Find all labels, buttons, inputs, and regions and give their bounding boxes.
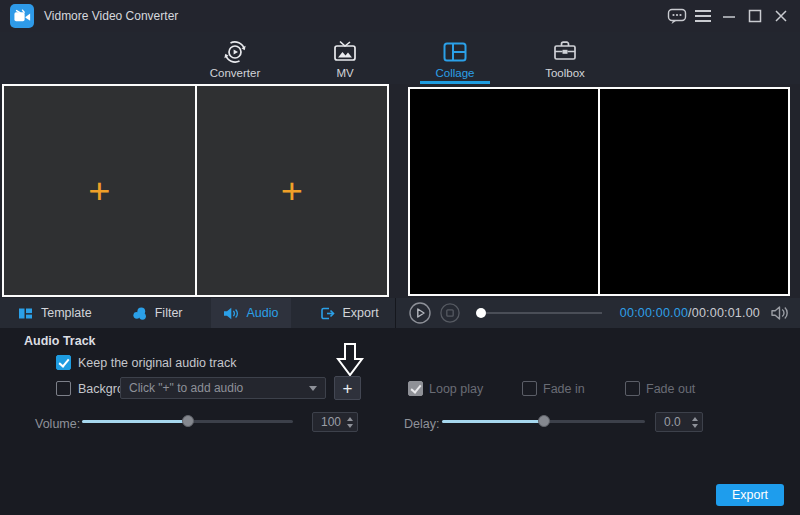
tab-filter[interactable]: Filter bbox=[120, 298, 195, 328]
spinner-up-icon[interactable] bbox=[692, 417, 698, 421]
collage-icon bbox=[442, 38, 468, 65]
audio-icon bbox=[223, 306, 239, 321]
collage-cell-2[interactable]: + bbox=[197, 86, 388, 295]
collage-editor: + + bbox=[2, 84, 389, 297]
volume-slider-thumb[interactable] bbox=[182, 415, 194, 427]
window-controls bbox=[664, 0, 800, 32]
app-logo-icon bbox=[10, 4, 34, 28]
preview-cell-2 bbox=[600, 89, 788, 294]
spinner-up-icon[interactable] bbox=[347, 417, 353, 421]
delay-slider-thumb[interactable] bbox=[538, 415, 550, 427]
keep-original-label: Keep the original audio track bbox=[78, 356, 236, 370]
export-icon bbox=[319, 306, 335, 321]
nav-item-converter[interactable]: Converter bbox=[199, 32, 271, 84]
content-area: + + bbox=[0, 84, 800, 298]
maximize-button[interactable] bbox=[742, 0, 768, 32]
background-music-checkbox[interactable] bbox=[56, 381, 71, 396]
player-controls: 00:00:00.00/00:00:01.00 bbox=[400, 298, 800, 328]
add-video-icon[interactable]: + bbox=[88, 177, 110, 205]
delay-spinner-arrows[interactable] bbox=[687, 413, 702, 431]
progress-track[interactable] bbox=[486, 312, 602, 314]
volume-label: Volume: bbox=[35, 417, 80, 431]
tool-strip: Template Filter Audio bbox=[0, 298, 800, 328]
main-nav: Converter MV Collage bbox=[0, 32, 800, 84]
converter-icon bbox=[222, 38, 248, 65]
window-title: Vidmore Video Converter bbox=[44, 9, 178, 23]
collage-cell-1[interactable]: + bbox=[4, 86, 197, 295]
time-display: 00:00:00.00/00:00:01.00 bbox=[620, 306, 760, 320]
nav-label-converter: Converter bbox=[210, 67, 261, 79]
volume-spinner[interactable]: 100 bbox=[312, 412, 358, 432]
feedback-icon[interactable] bbox=[664, 0, 690, 32]
app-window: Vidmore Video Converter bbox=[0, 0, 800, 515]
add-audio-button[interactable]: + bbox=[334, 376, 361, 400]
tab-audio[interactable]: Audio bbox=[211, 298, 291, 328]
play-button[interactable] bbox=[409, 302, 431, 324]
delay-label: Delay: bbox=[404, 417, 439, 431]
delay-slider[interactable] bbox=[442, 414, 645, 428]
tab-label-filter: Filter bbox=[155, 306, 183, 320]
delay-spinner[interactable]: 0.0 bbox=[655, 412, 703, 432]
video-preview bbox=[408, 87, 790, 296]
close-button[interactable] bbox=[768, 0, 794, 32]
nav-label-toolbox: Toolbox bbox=[545, 67, 585, 79]
spinner-down-icon[interactable] bbox=[347, 424, 353, 428]
dropdown-placeholder: Click "+" to add audio bbox=[129, 381, 309, 395]
menu-icon[interactable] bbox=[690, 0, 716, 32]
time-total: 00:00:01.00 bbox=[692, 306, 760, 320]
fade-in-checkbox[interactable] bbox=[522, 381, 537, 396]
nav-item-collage[interactable]: Collage bbox=[419, 32, 491, 84]
section-title: Audio Track bbox=[24, 334, 96, 348]
delay-value[interactable]: 0.0 bbox=[656, 413, 687, 431]
mv-icon bbox=[332, 38, 358, 65]
tab-export[interactable]: Export bbox=[307, 298, 391, 328]
tab-label-template: Template bbox=[41, 306, 92, 320]
nav-label-mv: MV bbox=[336, 67, 353, 79]
progress-thumb[interactable] bbox=[476, 308, 486, 318]
volume-value[interactable]: 100 bbox=[313, 413, 342, 431]
tab-label-export: Export bbox=[343, 306, 379, 320]
titlebar: Vidmore Video Converter bbox=[0, 0, 800, 32]
tab-label-audio: Audio bbox=[247, 306, 279, 320]
template-icon bbox=[18, 306, 33, 321]
nav-item-toolbox[interactable]: Toolbox bbox=[529, 32, 601, 84]
add-video-icon[interactable]: + bbox=[281, 177, 303, 205]
editor-tabs: Template Filter Audio bbox=[0, 298, 391, 328]
volume-icon[interactable] bbox=[770, 304, 790, 322]
background-music-dropdown[interactable]: Click "+" to add audio bbox=[120, 377, 326, 399]
fade-out-label: Fade out bbox=[646, 382, 695, 396]
audio-track-panel: Audio Track Keep the original audio trac… bbox=[0, 328, 800, 515]
loop-play-label: Loop play bbox=[429, 382, 483, 396]
tab-template[interactable]: Template bbox=[6, 298, 104, 328]
spinner-down-icon[interactable] bbox=[692, 424, 698, 428]
strip-divider bbox=[395, 298, 396, 328]
toolbox-icon bbox=[552, 38, 578, 65]
preview-cell-1 bbox=[410, 89, 600, 294]
volume-spinner-arrows[interactable] bbox=[342, 413, 357, 431]
filter-icon bbox=[132, 306, 147, 321]
keep-original-checkbox[interactable] bbox=[56, 355, 71, 370]
nav-label-collage: Collage bbox=[436, 67, 475, 79]
loop-play-checkbox[interactable] bbox=[408, 381, 423, 396]
export-button[interactable]: Export bbox=[716, 484, 784, 506]
stop-button[interactable] bbox=[440, 303, 460, 323]
minimize-button[interactable] bbox=[716, 0, 742, 32]
fade-out-checkbox[interactable] bbox=[625, 381, 640, 396]
chevron-down-icon bbox=[309, 386, 317, 391]
time-current: 00:00:00.00 bbox=[620, 306, 688, 320]
nav-item-mv[interactable]: MV bbox=[309, 32, 381, 84]
fade-in-label: Fade in bbox=[543, 382, 585, 396]
volume-slider[interactable] bbox=[82, 414, 293, 428]
